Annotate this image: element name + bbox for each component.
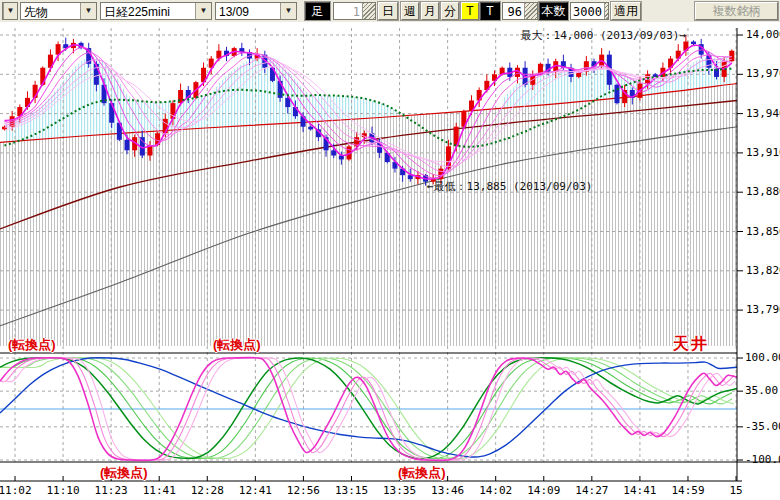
time-axis-label: 11:23	[90, 484, 132, 497]
price-axis-label: 13,940	[746, 107, 780, 120]
time-axis-label: 11:02	[0, 484, 36, 497]
turning-point-label: (転換点)	[213, 336, 261, 354]
time-axis-label: 12:28	[186, 484, 228, 497]
osc-axis-label: 35.00	[745, 384, 778, 397]
min-annotation: ←最低：13,885 (2013/09/03)	[427, 179, 592, 194]
chart-canvas	[0, 0, 780, 500]
time-axis-label: 14:27	[571, 484, 613, 497]
price-axis-label: 13,820	[746, 264, 780, 277]
price-axis-label: 13,850	[746, 225, 780, 238]
time-axis-label: 13:46	[427, 484, 469, 497]
turning-point-label: (転換点)	[100, 464, 148, 482]
turning-point-label: (転換点)	[398, 464, 446, 482]
time-axis-label: 15	[715, 484, 757, 497]
osc-green-echo	[0, 358, 734, 459]
osc-axis-label: 100.00	[745, 351, 780, 364]
osc-axis-label: -100.00	[745, 453, 780, 466]
osc-rci-long-blue	[0, 358, 737, 457]
price-axis-label: 13,790	[746, 303, 780, 316]
price-axis-label: 13,880	[746, 185, 780, 198]
time-axis-label: 14:09	[523, 484, 565, 497]
turning-point-label: (転換点)	[8, 336, 56, 354]
ceiling-label: 天井	[673, 334, 709, 355]
time-axis-label: 13:15	[330, 484, 372, 497]
price-axis-label: 13,910	[746, 146, 780, 159]
osc-axis-label: -35.00	[745, 420, 780, 433]
chart-window: ▼ 先物 ▼ 日経225mini ▼ 13/09 ▼ 足 1 日 週 月 分 T…	[0, 0, 780, 500]
price-axis-label: 13,970	[746, 67, 780, 80]
time-axis-label: 14:59	[667, 484, 709, 497]
time-axis-label: 14:02	[475, 484, 517, 497]
max-annotation: 最大：14,000 (2013/09/03)→	[521, 28, 686, 43]
time-axis-label: 11:41	[138, 484, 180, 497]
time-axis-label: 12:56	[282, 484, 324, 497]
time-axis-label: 11:10	[42, 484, 84, 497]
time-axis-label: 14:41	[619, 484, 661, 497]
time-axis-label: 13:35	[379, 484, 421, 497]
osc-rci-mid-green	[0, 358, 737, 459]
time-axis-label: 12:41	[234, 484, 276, 497]
price-axis-label: 14,000	[746, 28, 780, 41]
